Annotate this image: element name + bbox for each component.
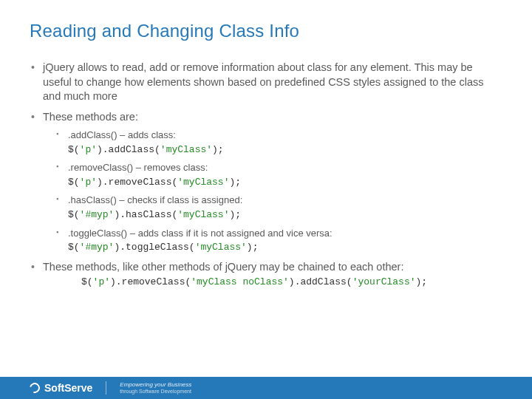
method-item: .hasClass() – checks if class is assigne…	[43, 194, 502, 221]
method-desc: .hasClass() – checks if class is assigne…	[68, 194, 242, 205]
tagline-line2: through Software Development	[120, 389, 191, 395]
method-desc: .addClass() – adds class:	[68, 129, 176, 140]
method-item: .toggleClass() – adds class if it is not…	[43, 227, 502, 254]
code-sample: $('#myp').hasClass('myClass');	[68, 208, 502, 222]
code-sample: $('#myp').toggleClass('myClass');	[68, 241, 502, 254]
method-item: .removeClass() – removes class: $('p').r…	[43, 161, 502, 188]
bullet-item: jQuery allows to read, add or remove inf…	[30, 61, 502, 104]
brand-logo: SoftServe	[30, 382, 92, 394]
slide-title: Reading and Changing Class Info	[30, 21, 502, 41]
method-desc: .removeClass() – removes class:	[68, 162, 208, 173]
bullet-list: jQuery allows to read, add or remove inf…	[30, 61, 502, 289]
slide-body: Reading and Changing Class Info jQuery a…	[0, 0, 532, 289]
brand-name: SoftServe	[44, 382, 92, 394]
bullet-item: These methods are: .addClass() – adds cl…	[30, 110, 502, 254]
footer-divider	[106, 381, 106, 395]
bullet-text: These methods, like other methods of jQu…	[43, 261, 403, 273]
tagline-line1: Empowering your Business	[120, 382, 191, 389]
code-sample: $('p').removeClass('myClass noClass').ad…	[81, 276, 502, 289]
method-list: .addClass() – adds class: $('p').addClas…	[43, 129, 502, 253]
bullet-item: These methods, like other methods of jQu…	[30, 260, 502, 289]
footer-tagline: Empowering your Business through Softwar…	[120, 382, 191, 394]
code-sample: $('p').removeClass('myClass');	[68, 176, 502, 189]
method-item: .addClass() – adds class: $('p').addClas…	[43, 129, 502, 156]
logo-ring-icon	[27, 381, 41, 395]
method-desc: .toggleClass() – adds class if it is not…	[68, 228, 332, 239]
bullet-text: These methods are:	[43, 111, 138, 123]
code-sample: $('p').addClass('myClass');	[68, 143, 502, 157]
slide-footer: SoftServe Empowering your Business throu…	[0, 377, 532, 399]
